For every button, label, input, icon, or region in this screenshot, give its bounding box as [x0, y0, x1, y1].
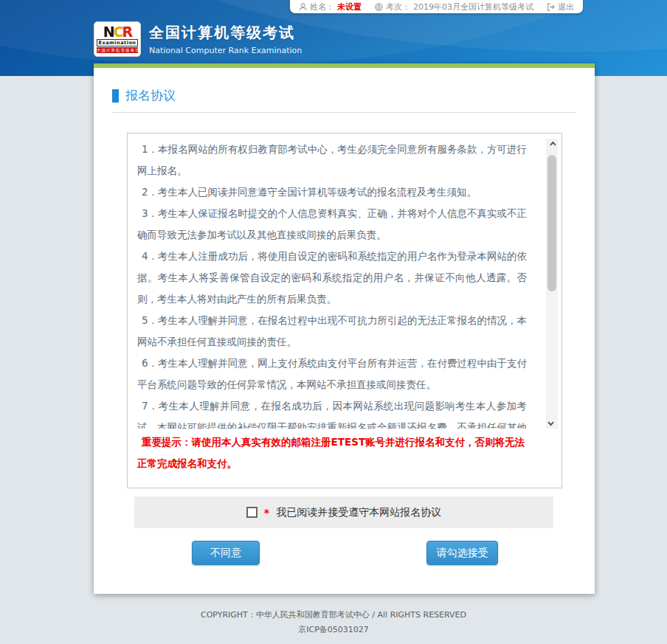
- section-title: 报名协议: [112, 87, 576, 113]
- footer: COPYRIGHT：中华人民共和国教育部考试中心 / All RIGHTS RE…: [0, 608, 667, 637]
- agreement-paragraph: 2．考生本人已阅读并同意遵守全国计算机等级考试的报名流程及考生须知。: [137, 181, 527, 203]
- clock-icon: [375, 3, 383, 11]
- title-accent-block: [112, 89, 119, 103]
- user-info-bar: 姓名： 未设置 考次： 2019年03月全国计算机等级考试 退出: [290, 0, 583, 13]
- name-value: 未设置: [337, 1, 362, 13]
- agreement-list: 1．本报名网站的所有权归教育部考试中心，考生必须完全同意所有服务条款，方可进行网…: [137, 139, 527, 429]
- agreement-paragraph: 5．考生本人理解并同意，在报名过程中出现不可抗力所引起的无法正常报名的情况，本网…: [137, 310, 527, 353]
- agreement-box: 1．本报名网站的所有权归教育部考试中心，考生必须完全同意所有服务条款，方可进行网…: [127, 133, 562, 488]
- ncr-logo-letters: NCR: [103, 26, 132, 38]
- chevron-down-icon: [547, 420, 553, 426]
- agreement-paragraph: 3．考生本人保证报名时提交的个人信息资料真实、正确，并将对个人信息不真实或不正确…: [137, 203, 527, 246]
- icp-number: 京ICP备05031027: [0, 623, 667, 637]
- session-group: 考次： 2019年03月全国计算机等级考试: [375, 1, 533, 13]
- ncr-logo-mini-text: 全国计算机等级考试: [97, 47, 138, 53]
- user-name-group: 姓名： 未设置: [299, 1, 362, 13]
- logout-link[interactable]: 退出: [558, 1, 574, 13]
- accept-checkbox[interactable]: [246, 507, 258, 518]
- scrollbar[interactable]: [546, 139, 558, 429]
- logout-icon[interactable]: [547, 3, 555, 11]
- agreement-paragraph: 6．考生本人理解并同意，网上支付系统由支付平台所有并运营，在付费过程中由于支付平…: [137, 353, 527, 395]
- site-title-english: National Computer Rank Examination: [149, 46, 302, 55]
- agreement-paragraph: 4．考生本人注册成功后，将使用自设定的密码和系统指定的用户名作为登录本网站的依据…: [137, 246, 527, 310]
- brand: NCR Examination 全国计算机等级考试 全国计算机等级考试 Nati…: [94, 21, 302, 57]
- content-card: 报名协议 1．本报名网站的所有权归教育部考试中心，考生必须完全同意所有服务条款，…: [94, 63, 595, 594]
- site-titles: 全国计算机等级考试 National Computer Rank Examina…: [149, 23, 302, 55]
- logout-group[interactable]: 退出: [547, 1, 574, 13]
- name-label: 姓名：: [310, 1, 334, 13]
- chevron-up-icon: [550, 142, 556, 148]
- page-title: 报名协议: [125, 87, 176, 104]
- green-accent-bar: [94, 63, 595, 68]
- required-asterisk: *: [264, 507, 269, 519]
- user-icon: [299, 3, 307, 11]
- session-value: 2019年03月全国计算机等级考试: [413, 1, 533, 13]
- site-title-chinese: 全国计算机等级考试: [149, 23, 302, 43]
- session-label: 考次：: [386, 1, 410, 13]
- copyright-text: COPYRIGHT：中华人民共和国教育部考试中心 / All RIGHTS RE…: [0, 608, 667, 623]
- ncr-logo-examination: Examination: [97, 39, 139, 46]
- important-notice: 重要提示：请使用本人真实有效的邮箱注册ETEST账号并进行报名和支付，否则将无法…: [137, 432, 531, 474]
- agreement-paragraph: 7．考生本人理解并同意，在报名成功后，因本网站系统出现问题影响考生本人参加考试，…: [137, 395, 527, 429]
- scrollbar-thumb[interactable]: [547, 155, 556, 291]
- scroll-down-button[interactable]: [546, 417, 558, 429]
- accept-button[interactable]: 请勾选接受: [426, 541, 498, 565]
- agreement-paragraph: 1．本报名网站的所有权归教育部考试中心，考生必须完全同意所有服务条款，方可进行网…: [137, 139, 527, 181]
- scroll-up-button[interactable]: [546, 139, 558, 150]
- agreement-accept-row: * 我已阅读并接受遵守本网站报名协议: [134, 496, 553, 528]
- disagree-button[interactable]: 不同意: [192, 541, 260, 565]
- accept-label: 我已阅读并接受遵守本网站报名协议: [276, 506, 441, 519]
- ncr-logo: NCR Examination 全国计算机等级考试: [94, 21, 141, 57]
